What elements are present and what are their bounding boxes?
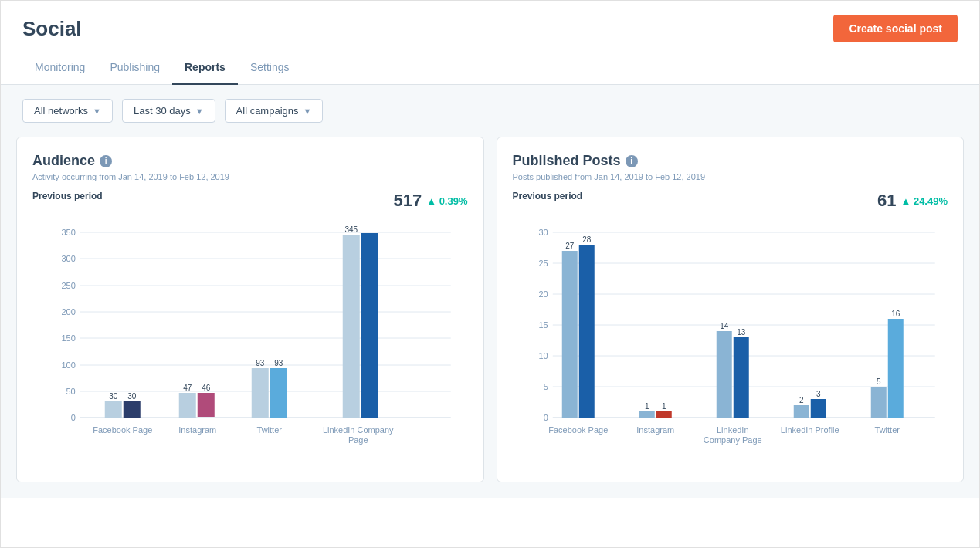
bar-lkpr-curr [810, 399, 826, 418]
published-pct: ▲ 24.49% [900, 195, 948, 207]
audience-card-subtitle: Activity occurring from Jan 14, 2019 to … [32, 172, 468, 181]
trend-up-icon: ▲ [426, 195, 436, 207]
published-chart-svg: 30 25 20 15 10 5 0 27 [513, 217, 948, 464]
svg-text:20: 20 [538, 289, 548, 299]
svg-text:150: 150 [61, 333, 75, 343]
bar-lkco-curr [733, 337, 748, 418]
bar-twitter-prev [252, 368, 269, 418]
bar-instagram-prev [179, 393, 196, 418]
svg-text:345: 345 [344, 225, 358, 234]
svg-text:Company Page: Company Page [703, 435, 761, 445]
svg-text:93: 93 [256, 359, 265, 367]
audience-total: 517 ▲ 0.39% [393, 191, 467, 211]
svg-text:Twitter: Twitter [874, 425, 900, 435]
svg-text:5: 5 [876, 377, 880, 386]
nav-tabs: Monitoring Publishing Reports Settings [1, 52, 979, 85]
audience-pct: ▲ 0.39% [426, 195, 467, 207]
svg-text:30: 30 [538, 228, 548, 237]
bar-twitter-curr [270, 368, 287, 418]
bar-linkedin-curr [361, 233, 378, 418]
svg-text:25: 25 [538, 259, 548, 268]
svg-text:Instagram: Instagram [636, 425, 674, 435]
audience-card: Audience i Activity occurring from Jan 1… [16, 137, 484, 482]
bar-linkedin-prev [343, 235, 360, 418]
svg-text:50: 50 [66, 387, 76, 396]
header: Social Create social post [1, 1, 979, 42]
svg-text:200: 200 [61, 307, 75, 316]
campaigns-filter-label: All campaigns [236, 105, 299, 117]
bar-tw-curr [887, 319, 903, 418]
chevron-down-icon: ▼ [195, 107, 204, 116]
page-title: Social [22, 17, 82, 41]
published-card-title: Published Posts i [513, 153, 948, 169]
bar-ig-curr [656, 411, 671, 418]
svg-text:16: 16 [891, 310, 900, 318]
trend-up-icon: ▲ [900, 195, 910, 207]
svg-text:0: 0 [71, 413, 76, 422]
bar-facebook-prev [105, 401, 122, 418]
audience-card-title: Audience i [32, 153, 468, 169]
bar-lkpr-prev [793, 405, 809, 418]
published-card-subtitle: Posts published from Jan 14, 2019 to Feb… [513, 172, 948, 181]
svg-text:46: 46 [202, 384, 211, 392]
bar-ig-prev [639, 411, 654, 418]
audience-chart-area: 350 300 250 200 150 100 50 0 [32, 217, 468, 466]
published-period-label: Previous period [513, 191, 583, 201]
svg-text:30: 30 [109, 392, 118, 401]
svg-text:LinkedIn Company: LinkedIn Company [323, 425, 394, 435]
svg-text:2: 2 [799, 396, 803, 404]
svg-text:15: 15 [538, 320, 548, 330]
svg-text:14: 14 [720, 322, 729, 330]
svg-text:Page: Page [348, 435, 368, 445]
app-container: Social Create social post Monitoring Pub… [0, 0, 980, 548]
svg-text:Twitter: Twitter [257, 425, 283, 435]
svg-text:100: 100 [61, 360, 75, 370]
svg-text:LinkedIn Profile: LinkedIn Profile [780, 425, 839, 435]
published-info-icon[interactable]: i [626, 155, 638, 167]
svg-text:10: 10 [538, 351, 548, 360]
bar-facebook-curr [124, 401, 141, 418]
svg-text:5: 5 [543, 382, 548, 391]
tab-monitoring[interactable]: Monitoring [22, 52, 97, 85]
tab-reports[interactable]: Reports [172, 52, 238, 85]
audience-chart-svg: 350 300 250 200 150 100 50 0 [32, 217, 468, 464]
tab-settings[interactable]: Settings [238, 52, 302, 85]
svg-text:LinkedIn: LinkedIn [716, 425, 748, 435]
published-posts-card: Published Posts i Posts published from J… [497, 137, 965, 482]
svg-text:13: 13 [737, 328, 746, 337]
bar-instagram-curr [198, 393, 215, 417]
period-filter[interactable]: Last 30 days ▼ [122, 99, 215, 123]
audience-period-label: Previous period [32, 191, 103, 201]
audience-chart-header: Previous period 517 ▲ 0.39% [32, 191, 468, 211]
create-social-post-button[interactable]: Create social post [833, 15, 958, 42]
svg-text:1: 1 [661, 402, 666, 411]
chevron-down-icon: ▼ [93, 107, 101, 116]
svg-text:27: 27 [565, 242, 575, 250]
audience-info-icon[interactable]: i [100, 155, 112, 167]
bar-fb-curr [578, 245, 594, 418]
svg-text:Facebook Page: Facebook Page [93, 425, 152, 435]
svg-text:1: 1 [644, 402, 649, 411]
tab-publishing[interactable]: Publishing [97, 52, 172, 85]
svg-text:47: 47 [183, 384, 192, 392]
published-chart-header: Previous period 61 ▲ 24.49% [513, 191, 948, 211]
charts-row: Audience i Activity occurring from Jan 1… [1, 137, 979, 498]
svg-text:30: 30 [127, 392, 137, 401]
svg-text:28: 28 [582, 235, 592, 244]
svg-text:0: 0 [543, 413, 548, 422]
bar-tw-prev [870, 387, 886, 418]
svg-text:350: 350 [61, 228, 75, 237]
filters-row: All networks ▼ Last 30 days ▼ All campai… [1, 85, 979, 137]
bar-fb-prev [561, 251, 577, 418]
svg-text:348: 348 [363, 224, 376, 232]
svg-text:93: 93 [274, 359, 283, 367]
campaigns-filter[interactable]: All campaigns ▼ [225, 99, 324, 123]
network-filter[interactable]: All networks ▼ [22, 99, 113, 123]
svg-text:3: 3 [816, 390, 820, 398]
published-total: 61 ▲ 24.49% [877, 191, 948, 211]
published-chart-area: 30 25 20 15 10 5 0 27 [513, 217, 948, 466]
period-filter-label: Last 30 days [134, 105, 191, 117]
chevron-down-icon: ▼ [303, 107, 312, 116]
svg-text:Facebook Page: Facebook Page [548, 425, 608, 435]
svg-text:Instagram: Instagram [178, 425, 216, 435]
